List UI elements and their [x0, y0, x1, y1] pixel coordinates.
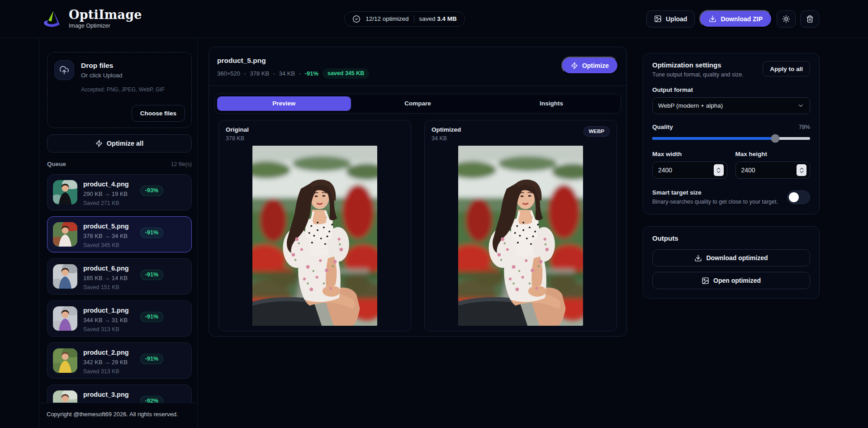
outputs-title: Outputs	[652, 234, 810, 242]
file-optimized-size: 34 KB	[279, 70, 295, 77]
open-optimized-button[interactable]: Open optimized	[652, 272, 810, 289]
queue-item-text: product_1.png 344 KB → 31 KB Saved 313 K…	[83, 306, 129, 332]
queue-item-text: product_3.png	[83, 390, 129, 402]
max-width-stepper[interactable]	[714, 164, 724, 176]
file-saved: Saved 313 KB	[83, 327, 129, 333]
download-optimized-label: Download optimized	[706, 254, 768, 262]
theme-toggle-button[interactable]	[777, 10, 796, 28]
sidebar-footer: Copyright @themesoft69 2026. All rights …	[39, 403, 197, 428]
file-thumbnail-image	[53, 264, 77, 289]
savings-badge: -91%	[140, 228, 163, 238]
app-header: OptiImage Image Optimizer 12/12 optimize…	[0, 0, 868, 38]
download-optimized-button[interactable]: Download optimized	[652, 249, 810, 266]
quality-label: Quality	[652, 124, 673, 130]
upload-label: Upload	[666, 15, 687, 23]
queue-item-text: product_6.png 165 KB → 14 KB Saved 151 K…	[83, 264, 129, 290]
queue-item-text: product_4.png 290 KB → 19 KB Saved 271 K…	[83, 180, 129, 206]
queue-item[interactable]: product_5.png 378 KB → 34 KB Saved 345 K…	[47, 216, 192, 252]
optimized-preview-card: Optimized 34 KB WEBP	[424, 120, 617, 331]
optimization-settings-card: Optimization settings Tune output format…	[643, 53, 820, 214]
queue-item[interactable]: product_1.png 344 KB → 31 KB Saved 313 K…	[47, 300, 192, 337]
app-subtitle: Image Optimizer	[69, 23, 142, 29]
max-height-field	[735, 162, 811, 179]
preview-photo	[458, 146, 583, 326]
selected-file-name: product_5.png	[217, 57, 369, 65]
file-original-size: 378 KB	[250, 70, 270, 77]
optimized-preview-image	[425, 142, 617, 331]
meta-separator	[299, 70, 301, 77]
optimize-label: Optimize	[582, 62, 609, 69]
max-width-input[interactable]	[658, 166, 714, 174]
download-zip-button[interactable]: Download ZIP	[699, 10, 772, 28]
tab-compare[interactable]: Compare	[351, 96, 485, 111]
chevron-down-icon	[797, 102, 804, 109]
file-thumbnail-image	[53, 222, 77, 247]
file-sizes: 344 KB → 31 KB	[83, 317, 129, 323]
tab-insights[interactable]: Insights	[484, 96, 618, 111]
smart-target-description: Binary-searches quality to get close to …	[652, 199, 778, 205]
preview-tabbar: Preview Compare Insights	[214, 94, 621, 114]
saved-label: saved	[419, 15, 436, 22]
max-width-field	[652, 162, 727, 179]
optimized-size: 34 KB	[432, 135, 461, 142]
main-content: product_5.png 360×520 378 KB 34 KB -91% …	[209, 38, 627, 428]
savings-badge: -93%	[140, 185, 163, 196]
output-format-value: WebP (modern + alpha)	[658, 102, 723, 109]
file-sizes: 165 KB → 14 KB	[83, 275, 129, 281]
sun-icon	[782, 15, 790, 23]
file-thumbnail-image	[53, 348, 77, 373]
status-divider	[414, 15, 414, 23]
format-badge: WEBP	[583, 126, 610, 137]
queue-count: 12 file(s)	[171, 161, 192, 167]
max-width-label: Max width	[652, 151, 727, 157]
file-saved: Saved 313 KB	[83, 369, 129, 375]
settings-column: Optimization settings Tune output format…	[643, 38, 820, 428]
file-sizes: 342 KB → 29 KB	[83, 359, 129, 365]
quality-slider[interactable]	[652, 137, 810, 140]
brand: OptiImage Image Optimizer	[43, 9, 370, 29]
file-saved: Saved 151 KB	[83, 285, 129, 290]
max-height-label: Max height	[735, 151, 811, 157]
optimize-all-label: Optimize all	[107, 140, 143, 147]
file-reduction: -91%	[305, 70, 318, 77]
file-dropzone[interactable]: Drop files Or click Upload Accepted: PNG…	[47, 52, 192, 128]
optimized-title: Optimized	[432, 126, 461, 133]
smart-target-label: Smart target size	[652, 189, 778, 196]
meta-separator	[273, 70, 275, 77]
queue-title: Queue	[47, 161, 66, 167]
quality-slider-thumb[interactable]	[771, 134, 780, 143]
meta-separator	[244, 70, 246, 77]
upload-button[interactable]: Upload	[646, 10, 695, 28]
dropzone-subtitle: Or click Upload	[81, 72, 123, 79]
optimize-button[interactable]: Optimize	[561, 57, 618, 74]
zap-icon	[571, 62, 578, 69]
savings-badge: -91%	[140, 354, 163, 364]
queue-item-text: product_2.png 342 KB → 29 KB Saved 313 K…	[83, 348, 129, 374]
max-height-input[interactable]	[741, 166, 797, 174]
download-zip-label: Download ZIP	[721, 15, 763, 23]
choose-files-button[interactable]: Choose files	[132, 105, 185, 122]
file-detail-header: product_5.png 360×520 378 KB 34 KB -91% …	[209, 47, 626, 86]
optimization-status-pill: 12/12 optimized saved 3.4 MB	[344, 11, 465, 27]
badge-check-icon	[352, 15, 360, 23]
queue-item[interactable]: product_4.png 290 KB → 19 KB Saved 271 K…	[47, 174, 192, 210]
queue-item[interactable]: product_6.png 165 KB → 14 KB Saved 151 K…	[47, 258, 192, 295]
queue-item[interactable]: product_3.png -92%	[47, 385, 192, 403]
clear-all-button[interactable]	[800, 10, 819, 28]
queue-item[interactable]: product_2.png 342 KB → 29 KB Saved 313 K…	[47, 342, 192, 379]
apply-to-all-button[interactable]: Apply to all	[763, 61, 810, 76]
tab-preview[interactable]: Preview	[217, 96, 351, 111]
original-preview-image	[219, 142, 411, 331]
optimize-all-button[interactable]: Optimize all	[47, 134, 192, 152]
output-format-select[interactable]: WebP (modern + alpha)	[652, 97, 810, 114]
open-optimized-label: Open optimized	[713, 277, 761, 284]
file-name: product_2.png	[83, 348, 129, 356]
max-height-stepper[interactable]	[797, 164, 806, 176]
smart-target-toggle[interactable]	[787, 190, 810, 204]
cloud-upload-icon	[54, 60, 74, 80]
sidebar-scroll-area[interactable]: Drop files Or click Upload Accepted: PNG…	[39, 38, 197, 403]
app-name: OptiImage	[69, 9, 142, 21]
image-icon	[702, 277, 709, 285]
settings-title: Optimization settings	[652, 61, 744, 69]
dropzone-title: Drop files	[81, 62, 123, 70]
